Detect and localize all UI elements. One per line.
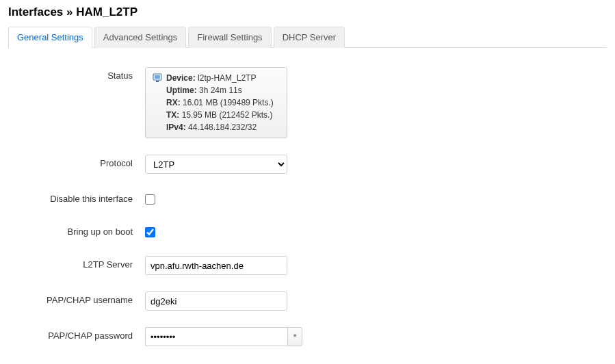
network-device-icon bbox=[153, 73, 162, 86]
tab-general-settings[interactable]: General Settings bbox=[8, 27, 92, 48]
svg-rect-1 bbox=[155, 75, 160, 79]
svg-rect-2 bbox=[156, 81, 159, 82]
password-input[interactable] bbox=[145, 327, 287, 346]
status-rx-label: RX: bbox=[166, 98, 181, 107]
status-text: Device: l2tp-HAM_L2TP Uptime: 3h 24m 11s… bbox=[166, 72, 280, 133]
password-label: PAP/CHAP password bbox=[8, 327, 145, 341]
disable-checkbox[interactable] bbox=[145, 194, 155, 205]
status-uptime-value: 3h 24m 11s bbox=[199, 86, 242, 95]
status-tx-value: 15.95 MB (212452 Pkts.) bbox=[182, 110, 273, 120]
status-uptime-label: Uptime: bbox=[166, 86, 197, 95]
server-input[interactable] bbox=[145, 256, 287, 275]
bringup-checkbox[interactable] bbox=[145, 227, 155, 237]
breadcrumb-current: HAM_L2TP bbox=[76, 5, 138, 18]
tab-firewall-settings[interactable]: Firewall Settings bbox=[188, 27, 271, 48]
tabs: General Settings Advanced Settings Firew… bbox=[8, 26, 607, 48]
tab-dhcp-server[interactable]: DHCP Server bbox=[274, 27, 345, 48]
protocol-select[interactable]: L2TP bbox=[145, 155, 287, 174]
protocol-label: Protocol bbox=[8, 155, 145, 168]
status-device-label: Device: bbox=[166, 73, 196, 83]
breadcrumb-prefix: Interfaces » bbox=[8, 5, 76, 18]
disable-label: Disable this interface bbox=[8, 190, 145, 204]
status-tx-label: TX: bbox=[166, 110, 179, 120]
page-title: Interfaces » HAM_L2TP bbox=[8, 5, 607, 19]
status-ipv4-value: 44.148.184.232/32 bbox=[188, 122, 257, 132]
status-device-value: l2tp-HAM_L2TP bbox=[198, 73, 256, 83]
status-ipv4-label: IPv4: bbox=[166, 122, 186, 132]
server-label: L2TP Server bbox=[8, 256, 145, 270]
username-input[interactable] bbox=[145, 291, 287, 311]
status-label: Status bbox=[8, 67, 145, 81]
password-reveal-button[interactable]: * bbox=[287, 327, 302, 346]
status-box: Device: l2tp-HAM_L2TP Uptime: 3h 24m 11s… bbox=[145, 67, 287, 138]
bringup-label: Bring up on boot bbox=[8, 223, 145, 237]
tab-advanced-settings[interactable]: Advanced Settings bbox=[94, 27, 186, 48]
status-rx-value: 16.01 MB (199489 Pkts.) bbox=[183, 98, 274, 107]
username-label: PAP/CHAP username bbox=[8, 291, 145, 305]
